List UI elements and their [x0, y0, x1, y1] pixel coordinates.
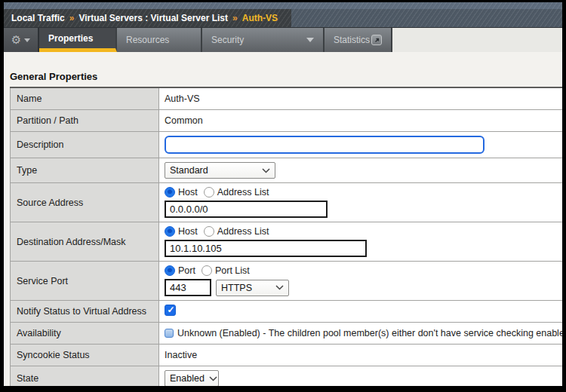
table-row: Notify Status to Virtual Address	[11, 301, 563, 323]
table-row: Syncookie Status Inactive	[11, 345, 563, 366]
destination-address-input[interactable]	[165, 240, 367, 257]
availability-value: Unknown (Enabled) - The children pool me…	[177, 328, 562, 338]
source-address-label: Source Address	[11, 183, 159, 222]
partition-value: Common	[159, 110, 563, 132]
type-label: Type	[11, 158, 159, 183]
port-radio[interactable]	[165, 265, 175, 276]
notify-status-checkbox[interactable]	[165, 305, 176, 316]
chevron-down-icon	[262, 168, 270, 173]
tab-bar: ⚙ Properties Resources Security Statisti…	[4, 27, 562, 52]
syncookie-status-label: Syncookie Status	[11, 345, 159, 366]
source-address-input[interactable]	[165, 201, 328, 218]
service-port-input[interactable]	[165, 279, 211, 296]
notify-status-label: Notify Status to Virtual Address	[11, 301, 159, 323]
source-address-list-radio-label: Address List	[217, 187, 269, 198]
description-label: Description	[11, 132, 159, 158]
tab-properties[interactable]: Properties	[39, 28, 117, 52]
source-address-list-radio[interactable]	[204, 187, 214, 198]
table-row: State Enabled	[11, 366, 563, 387]
table-row: Service Port Port Port List HTTPS	[11, 262, 563, 301]
type-select[interactable]: Standard	[165, 162, 275, 179]
tab-resources[interactable]: Resources	[117, 28, 202, 52]
breadcrumb-separator: »	[232, 13, 238, 23]
tab-label: Statistics	[334, 35, 370, 45]
tab-label: Resources	[126, 35, 169, 45]
table-row: Partition / Path Common	[11, 110, 563, 132]
breadcrumb-path: Local Traffic » Virtual Servers : Virtua…	[4, 9, 291, 27]
destination-address-label: Destination Address/Mask	[11, 222, 159, 262]
state-select-value: Enabled	[170, 373, 205, 384]
availability-status-icon	[165, 329, 174, 338]
table-row: Availability Unknown (Enabled) - The chi…	[11, 323, 563, 345]
chevron-down-icon	[209, 376, 217, 381]
tab-statistics[interactable]: Statistics	[325, 28, 392, 52]
table-row: Description	[11, 132, 563, 158]
destination-address-list-radio[interactable]	[204, 226, 214, 237]
name-label: Name	[11, 87, 159, 110]
destination-address-list-radio-label: Address List	[217, 226, 269, 237]
description-input[interactable]	[165, 136, 484, 154]
gear-icon: ⚙	[11, 35, 21, 46]
availability-label: Availability	[11, 323, 159, 345]
chevron-down-icon	[24, 38, 30, 42]
breadcrumb-current-page: Auth-VS	[242, 13, 278, 23]
table-row: Name Auth-VS	[11, 87, 563, 110]
service-select[interactable]: HTTPS	[216, 280, 289, 296]
state-label: State	[11, 366, 159, 387]
table-row: Destination Address/Mask Host Address Li…	[11, 222, 563, 262]
section-title: General Properties	[10, 71, 562, 82]
table-row: Type Standard	[11, 158, 563, 183]
port-list-radio[interactable]	[201, 265, 212, 276]
service-port-label: Service Port	[11, 262, 159, 301]
chevron-down-icon	[275, 285, 284, 290]
service-select-value: HTTPS	[221, 283, 252, 293]
syncookie-status-value: Inactive	[159, 345, 563, 366]
breadcrumb-local-traffic[interactable]: Local Traffic	[11, 13, 65, 23]
port-list-radio-label: Port List	[215, 265, 250, 276]
partition-label: Partition / Path	[11, 110, 159, 132]
general-properties-table: Name Auth-VS Partition / Path Common Des…	[10, 87, 562, 386]
type-select-value: Standard	[170, 165, 208, 176]
header-strip	[4, 2, 562, 9]
name-value: Auth-VS	[159, 87, 563, 110]
tab-label: Security	[211, 35, 244, 45]
state-select[interactable]: Enabled	[165, 370, 219, 386]
main-content: General Properties Name Auth-VS Partitio…	[4, 52, 562, 386]
destination-host-radio[interactable]	[165, 226, 175, 237]
source-host-radio-label: Host	[178, 187, 198, 198]
source-host-radio[interactable]	[165, 187, 175, 198]
breadcrumb-separator: »	[69, 13, 75, 23]
dropdown-arrow-icon	[306, 38, 314, 42]
external-link-icon	[371, 35, 382, 45]
breadcrumb-virtual-server-list[interactable]: Virtual Servers : Virtual Server List	[78, 13, 228, 23]
tab-security[interactable]: Security	[202, 28, 325, 52]
app-window: Local Traffic » Virtual Servers : Virtua…	[4, 2, 562, 386]
table-row: Source Address Host Address List	[11, 183, 563, 222]
breadcrumb: Local Traffic » Virtual Servers : Virtua…	[4, 9, 562, 27]
destination-host-radio-label: Host	[178, 226, 198, 237]
tab-label: Properties	[48, 33, 93, 44]
port-radio-label: Port	[178, 265, 195, 276]
settings-menu-button[interactable]: ⚙	[4, 28, 39, 52]
